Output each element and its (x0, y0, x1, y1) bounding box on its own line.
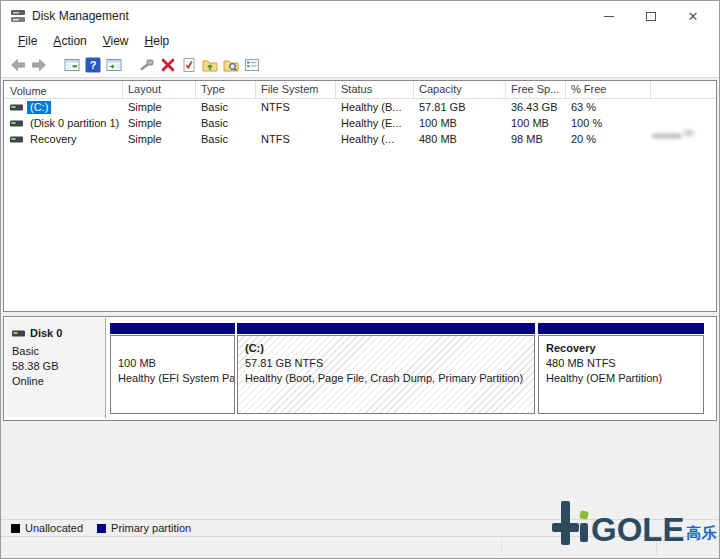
disk-status: Online (12, 374, 99, 389)
delete-x-icon (160, 57, 176, 73)
partition-type-bar (538, 323, 704, 334)
blurred-watermark (652, 130, 694, 141)
menu-bar: File Action View Help (1, 31, 719, 52)
cell-type: Basic (196, 133, 256, 145)
disk-name: Disk 0 (30, 326, 62, 341)
column-header-status[interactable]: Status (336, 81, 414, 98)
disk-management-window: Disk Management ✕ File Action View Help (0, 0, 720, 559)
close-button[interactable]: ✕ (672, 1, 714, 31)
column-header-free-space[interactable]: Free Sp... (506, 81, 566, 98)
back-button[interactable] (7, 54, 28, 76)
partition-c-drive[interactable]: (C:) 57.81 GB NTFS Healthy (Boot, Page F… (237, 323, 535, 415)
menu-file[interactable]: File (10, 32, 45, 51)
disk-graph-panel: Disk 0 Basic 58.38 GB Online 100 MB Heal… (3, 316, 717, 421)
properties-button[interactable] (241, 54, 262, 76)
folder-search-button[interactable] (220, 54, 241, 76)
column-header-type[interactable]: Type (196, 81, 256, 98)
help-button[interactable]: ? (82, 54, 103, 76)
minimize-icon (604, 16, 614, 17)
partition-status: Healthy (EFI System Pa (118, 371, 234, 386)
console-tree-icon (64, 57, 80, 73)
partition-recovery[interactable]: Recovery 480 MB NTFS Healthy (OEM Partit… (538, 323, 704, 415)
folder-up-arrow-icon (202, 57, 218, 73)
volume-icon (10, 104, 23, 111)
cell-free-space: 100 MB (506, 117, 566, 129)
close-icon: ✕ (688, 10, 699, 23)
volume-row-disk0-partition1[interactable]: (Disk 0 partition 1) Simple Basic Health… (4, 115, 716, 131)
cell-capacity: 57.81 GB (414, 101, 506, 113)
menu-action[interactable]: Action (45, 32, 94, 51)
volume-name: (C:) (27, 101, 51, 114)
column-header-file-system[interactable]: File System (256, 81, 336, 98)
disk-tool-button[interactable] (136, 54, 157, 76)
maximize-button[interactable] (630, 1, 672, 31)
cell-pct-free: 63 % (566, 101, 651, 113)
svg-text:?: ? (89, 59, 96, 71)
partition-size: 57.81 GB NTFS (245, 356, 534, 371)
cell-status: Healthy (B... (336, 101, 414, 113)
forward-button[interactable] (28, 54, 49, 76)
volume-name: Recovery (27, 133, 79, 146)
column-header-filler (651, 81, 716, 98)
volume-row-recovery[interactable]: Recovery Simple Basic NTFS Healthy (... … (4, 131, 716, 147)
cell-capacity: 100 MB (414, 117, 506, 129)
partition-status: Healthy (OEM Partition) (546, 371, 703, 386)
cell-layout: Simple (123, 117, 196, 129)
column-header-pct-free[interactable]: % Free (566, 81, 651, 98)
volume-list-panel: Volume Layout Type File System Status Ca… (3, 80, 717, 312)
disk-management-app-icon (10, 9, 26, 23)
volume-list-header: Volume Layout Type File System Status Ca… (4, 81, 716, 99)
higole-i-glyph (580, 511, 590, 545)
partition-title: Recovery (546, 341, 703, 356)
maximize-icon (646, 12, 656, 21)
show-console-tree-button[interactable] (61, 54, 82, 76)
mark-partition-button[interactable] (178, 54, 199, 76)
document-check-icon (181, 57, 197, 73)
title-bar: Disk Management ✕ (1, 1, 719, 31)
partition-type-bar (237, 323, 535, 334)
cell-status: Healthy (E... (336, 117, 414, 129)
partition-efi-system[interactable]: 100 MB Healthy (EFI System Pa (110, 323, 235, 415)
folder-export-button[interactable] (199, 54, 220, 76)
higole-latin-text: GOLE (591, 514, 685, 545)
disk-type: Basic (12, 344, 99, 359)
higole-logo: GOLE 高乐 (552, 495, 717, 545)
volume-icon (10, 120, 23, 127)
status-bar-divider (501, 540, 502, 555)
disk0-info-box[interactable]: Disk 0 Basic 58.38 GB Online (5, 318, 106, 418)
menu-help[interactable]: Help (137, 32, 178, 51)
higole-h-glyph (552, 501, 579, 545)
show-action-pane-button[interactable] (103, 54, 124, 76)
legend-swatch-primary-partition (97, 524, 106, 533)
cell-pct-free: 100 % (566, 117, 651, 129)
cell-type: Basic (196, 117, 256, 129)
minimize-button[interactable] (588, 1, 630, 31)
cell-free-space: 36.43 GB (506, 101, 566, 113)
partition-size: 480 MB NTFS (546, 356, 703, 371)
column-header-volume[interactable]: Volume (4, 81, 123, 98)
volume-icon (10, 136, 23, 143)
delete-volume-button[interactable] (157, 54, 178, 76)
window-title: Disk Management (32, 9, 129, 23)
action-pane-icon (106, 57, 122, 73)
cell-layout: Simple (123, 133, 196, 145)
cell-capacity: 480 MB (414, 133, 506, 145)
column-header-capacity[interactable]: Capacity (414, 81, 506, 98)
partition-title (118, 341, 234, 356)
volume-row-c[interactable]: (C:) Simple Basic NTFS Healthy (B... 57.… (4, 99, 716, 115)
column-header-layout[interactable]: Layout (123, 81, 196, 98)
legend-swatch-unallocated (11, 524, 20, 533)
partition-status: Healthy (Boot, Page File, Crash Dump, Pr… (245, 371, 534, 386)
partition-size: 100 MB (118, 356, 234, 371)
caption-buttons: ✕ (588, 1, 714, 31)
menu-view[interactable]: View (95, 32, 137, 51)
cell-file-system: NTFS (256, 133, 336, 145)
cell-type: Basic (196, 101, 256, 113)
volume-name: (Disk 0 partition 1) (27, 117, 122, 130)
cell-free-space: 98 MB (506, 133, 566, 145)
partition-type-bar (110, 323, 235, 334)
properties-icon (244, 57, 260, 73)
disk-size: 58.38 GB (12, 359, 99, 374)
disk-icon (12, 330, 25, 337)
cell-file-system: NTFS (256, 101, 336, 113)
